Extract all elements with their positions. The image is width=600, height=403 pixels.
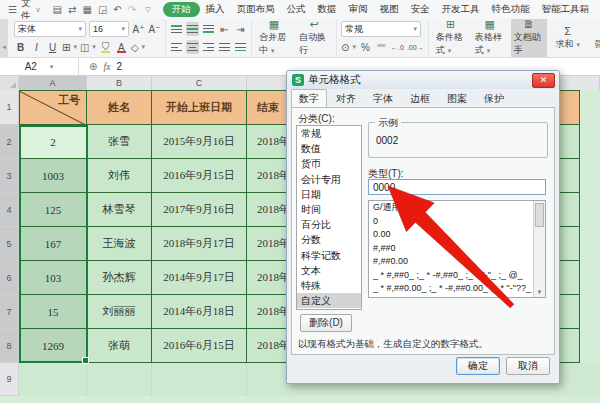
category-item[interactable]: 会计专用 (297, 172, 361, 187)
empty-cell[interactable] (19, 363, 87, 396)
underline-button[interactable]: U (46, 40, 59, 54)
borders-button[interactable]: ⊞▾ (62, 40, 77, 54)
empty-cell[interactable] (87, 363, 152, 396)
cell-start-date[interactable]: 2018年9月17日 (152, 227, 247, 261)
doc-assistant-button[interactable]: 🗎 文档助手 (511, 19, 547, 58)
print-icon[interactable]: ▦ (80, 4, 93, 15)
row-header[interactable]: 4 (0, 193, 19, 227)
align-top-button[interactable] (170, 22, 183, 36)
empty-cell[interactable] (152, 363, 247, 396)
print-preview-icon[interactable]: ◲ (96, 4, 109, 15)
cancel-button[interactable]: 取消 (506, 357, 550, 375)
number-format-combo[interactable]: 常规▾ (341, 21, 421, 37)
ribbon-tab[interactable]: 页面布局 (231, 2, 281, 17)
dialog-tab[interactable]: 图案 (439, 89, 475, 107)
scrollbar-thumb[interactable] (535, 203, 544, 227)
dialog-tab[interactable]: 数字 (291, 89, 327, 107)
type-input[interactable] (368, 179, 546, 195)
ribbon-tab[interactable]: 审阅 (343, 2, 374, 17)
align-bottom-button[interactable] (202, 22, 215, 36)
export-icon[interactable]: ⇄ (66, 4, 78, 15)
header-cell-name[interactable]: 姓名 (87, 90, 152, 125)
filter-button[interactable]: ▽ 筛选▾ (589, 25, 600, 52)
save-icon[interactable]: ▤ (51, 4, 64, 15)
category-item[interactable]: 科学记数 (297, 248, 361, 263)
cell-start-date[interactable]: 2016年6月15日 (152, 329, 247, 363)
undo-icon[interactable]: ↶ (111, 4, 123, 15)
category-item[interactable]: 自定义 (297, 293, 361, 308)
cell-name[interactable]: 林雪琴 (87, 193, 152, 227)
row-header[interactable]: 5 (0, 227, 19, 261)
cell-name[interactable]: 张萌 (87, 329, 152, 363)
function-wizard-icon[interactable]: ⊕ (89, 61, 97, 72)
category-item[interactable]: 日期 (297, 187, 361, 202)
format-item[interactable]: _ * #,##0.00_ ;_ * -#,##0.00_ ;_ * "-"??… (369, 282, 534, 296)
format-item[interactable]: #,##0.00 (369, 255, 534, 269)
ok-button[interactable]: 确定 (456, 357, 500, 375)
column-header-a[interactable]: A (19, 76, 87, 90)
increase-indent-button[interactable]: ⇥ (234, 22, 247, 36)
font-color-button[interactable]: A (115, 40, 128, 54)
hamburger-menu-icon[interactable]: ☰ (6, 4, 19, 15)
category-item[interactable]: 常规 (297, 126, 361, 141)
row-header[interactable]: 7 (0, 295, 19, 329)
align-right-button[interactable] (202, 40, 215, 54)
comma-style-button[interactable]: ⁰⁰⁰ (375, 40, 388, 54)
cell-start-date[interactable]: 2016年9月15日 (152, 159, 247, 193)
align-center-button[interactable] (186, 40, 199, 54)
row-header[interactable]: 8 (0, 329, 19, 363)
redo-icon[interactable]: ↷ (126, 4, 138, 15)
cell-start-date[interactable]: 2014年9月17日 (152, 261, 247, 295)
cell-name[interactable]: 张雪 (87, 125, 152, 159)
cell-name[interactable]: 王海波 (87, 227, 152, 261)
category-item[interactable]: 文本 (297, 263, 361, 278)
more-commands-icon[interactable]: ▽ (143, 6, 152, 14)
cell-start-date[interactable]: 2015年9月16日 (152, 125, 247, 159)
ribbon-tab[interactable]: 安全 (405, 2, 436, 17)
ribbon-tab[interactable]: 视图 (374, 2, 405, 17)
wrap-text-button[interactable]: ↩ 自动换行 (296, 19, 332, 58)
format-item[interactable]: 0 (369, 215, 534, 229)
increase-decimal-button[interactable]: ←.0 (391, 40, 404, 54)
row-header[interactable]: 9 (0, 363, 19, 396)
dialog-title-bar[interactable]: S 单元格格式 (287, 71, 559, 89)
select-all-corner[interactable] (0, 76, 19, 90)
grow-font-button[interactable]: A⁺ (132, 22, 145, 36)
dialog-tab[interactable]: 边框 (402, 89, 438, 107)
row-header[interactable]: 2 (0, 125, 19, 159)
ribbon-tab[interactable]: 数据 (312, 2, 343, 17)
close-icon[interactable]: ✕ (532, 73, 555, 88)
draw-border-button[interactable]: ◫▾ (80, 40, 96, 54)
ribbon-tab[interactable]: 开始 (163, 2, 200, 17)
dialog-tab[interactable]: 字体 (365, 89, 401, 107)
category-item[interactable]: 货币 (297, 156, 361, 171)
table-style-button[interactable]: ▦ 表格样式▾ (472, 19, 508, 58)
scroll-down-icon[interactable]: ▼ (534, 287, 545, 297)
clear-format-button[interactable]: ◇▾ (131, 40, 145, 54)
delete-button[interactable]: 删除(D) (300, 314, 352, 332)
font-name-combo[interactable]: 宋体▾ (14, 21, 86, 37)
justify-button[interactable] (218, 40, 231, 54)
format-item[interactable]: G/通用格式 (369, 201, 534, 215)
decrease-decimal-button[interactable]: .00→ (407, 40, 424, 54)
dialog-tab[interactable]: 对齐 (328, 89, 364, 107)
format-item[interactable]: 0.00 (369, 228, 534, 242)
font-size-combo[interactable]: 16▾ (89, 21, 129, 37)
format-item[interactable]: #,##0 (369, 242, 534, 256)
row-header[interactable]: 3 (0, 159, 19, 193)
name-box-dropdown-icon[interactable]: ▾ (50, 63, 54, 71)
row-header[interactable]: 6 (0, 261, 19, 295)
category-item[interactable]: 百分比 (297, 217, 361, 232)
cell-start-date[interactable]: 2017年9月16日 (152, 193, 247, 227)
align-left-button[interactable] (170, 40, 183, 54)
align-middle-button[interactable] (186, 22, 199, 36)
ribbon-tab[interactable]: 插入 (200, 2, 231, 17)
column-header-b[interactable]: B (87, 76, 152, 90)
decrease-indent-button[interactable]: ⇤ (218, 22, 231, 36)
cell-name[interactable]: 孙杰辉 (87, 261, 152, 295)
scrollbar[interactable]: ▼ (533, 201, 545, 297)
category-item[interactable]: 分数 (297, 232, 361, 247)
cell-name[interactable]: 刘丽丽 (87, 295, 152, 329)
name-box[interactable]: A2 ▾ (0, 58, 79, 75)
shrink-font-button[interactable]: A⁻ (148, 22, 161, 36)
